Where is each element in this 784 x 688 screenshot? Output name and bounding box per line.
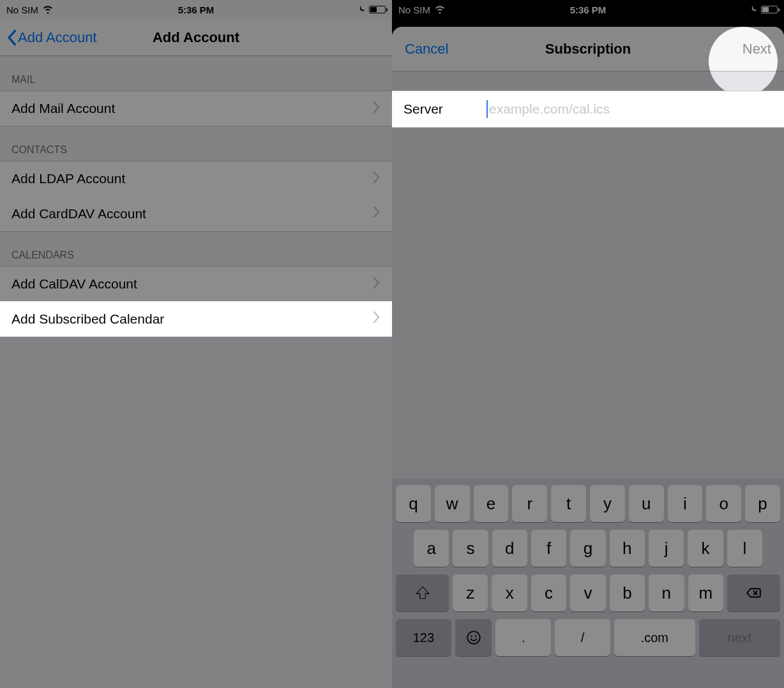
key-f[interactable]: f xyxy=(531,530,566,567)
row-add-subscribed-calendar[interactable]: Add Subscribed Calendar xyxy=(0,301,392,337)
key-z[interactable]: z xyxy=(453,574,488,611)
dot-key[interactable]: . xyxy=(495,619,551,656)
sheet-title: Subscription xyxy=(392,41,784,57)
key-r[interactable]: r xyxy=(512,485,547,522)
key-a[interactable]: a xyxy=(414,530,449,567)
key-m[interactable]: m xyxy=(688,574,723,611)
key-c[interactable]: c xyxy=(531,574,566,611)
keyboard-next-key[interactable]: next xyxy=(699,619,780,656)
right-screenshot: No SIM 5:36 PM Cancel Subscription Next … xyxy=(392,0,784,688)
key-w[interactable]: w xyxy=(435,485,470,522)
key-k[interactable]: k xyxy=(688,530,723,567)
row-label: Add Mail Account xyxy=(11,101,115,116)
key-d[interactable]: d xyxy=(492,530,527,567)
nav-title: Add Account xyxy=(0,29,392,46)
key-g[interactable]: g xyxy=(570,530,605,567)
numbers-key[interactable]: 123 xyxy=(396,619,451,656)
row-add-carddav-account[interactable]: Add CardDAV Account xyxy=(0,196,392,232)
row-add-mail-account[interactable]: Add Mail Account xyxy=(0,91,392,126)
key-t[interactable]: t xyxy=(551,485,586,522)
chevron-right-icon xyxy=(373,101,381,117)
key-l[interactable]: l xyxy=(727,530,762,567)
keyboard: qwertyuiop asdfghjkl zxcvbnm 123 . / .co… xyxy=(392,479,784,688)
key-u[interactable]: u xyxy=(629,485,664,522)
row-label: Add CalDAV Account xyxy=(11,276,137,292)
svg-point-1 xyxy=(471,636,472,638)
server-row[interactable]: Server xyxy=(392,91,784,128)
slash-key[interactable]: / xyxy=(555,619,610,656)
nav-bar: Add Account Add Account xyxy=(0,19,392,56)
key-b[interactable]: b xyxy=(610,574,645,611)
key-j[interactable]: j xyxy=(649,530,684,567)
status-time: 5:36 PM xyxy=(0,4,392,15)
key-o[interactable]: o xyxy=(706,485,741,522)
key-h[interactable]: h xyxy=(610,530,645,567)
chevron-right-icon xyxy=(373,171,381,187)
section-header-calendars: CALENDARS xyxy=(0,232,392,266)
subscription-sheet: Cancel Subscription Next Server qwertyui… xyxy=(392,27,784,688)
battery-icon xyxy=(761,6,778,13)
key-e[interactable]: e xyxy=(474,485,509,522)
key-q[interactable]: q xyxy=(396,485,431,522)
row-add-caldav-account[interactable]: Add CalDAV Account xyxy=(0,266,392,302)
row-label: Add LDAP Account xyxy=(11,171,125,186)
svg-point-2 xyxy=(475,636,477,638)
chevron-right-icon xyxy=(373,276,381,292)
status-bar: No SIM 5:36 PM xyxy=(392,0,784,19)
chevron-right-icon xyxy=(373,206,381,221)
left-screenshot: No SIM 5:36 PM Add Account Add Account M… xyxy=(0,0,392,688)
key-s[interactable]: s xyxy=(453,530,488,567)
key-p[interactable]: p xyxy=(745,485,780,522)
section-header-contacts: CONTACTS xyxy=(0,126,392,161)
status-bar: No SIM 5:36 PM xyxy=(0,0,392,19)
row-add-ldap-account[interactable]: Add LDAP Account xyxy=(0,161,392,197)
key-y[interactable]: y xyxy=(590,485,625,522)
backspace-key[interactable] xyxy=(727,574,780,611)
sheet-header: Cancel Subscription Next xyxy=(392,27,784,71)
server-label: Server xyxy=(403,101,486,117)
battery-icon xyxy=(369,6,386,13)
dim-overlay-bottom xyxy=(0,337,392,688)
emoji-key[interactable] xyxy=(455,619,492,656)
key-i[interactable]: i xyxy=(668,485,703,522)
row-label: Add CardDAV Account xyxy=(11,206,146,221)
key-x[interactable]: x xyxy=(492,574,527,611)
chevron-right-icon xyxy=(373,311,381,327)
key-n[interactable]: n xyxy=(649,574,684,611)
status-time: 5:36 PM xyxy=(392,4,784,15)
row-label: Add Subscribed Calendar xyxy=(11,311,164,327)
svg-point-0 xyxy=(467,631,480,644)
dotcom-key[interactable]: .com xyxy=(614,619,695,656)
text-caret xyxy=(486,100,488,118)
section-header-mail: MAIL xyxy=(0,56,392,91)
shift-key[interactable] xyxy=(396,574,449,611)
key-v[interactable]: v xyxy=(570,574,605,611)
server-input[interactable] xyxy=(489,101,773,117)
